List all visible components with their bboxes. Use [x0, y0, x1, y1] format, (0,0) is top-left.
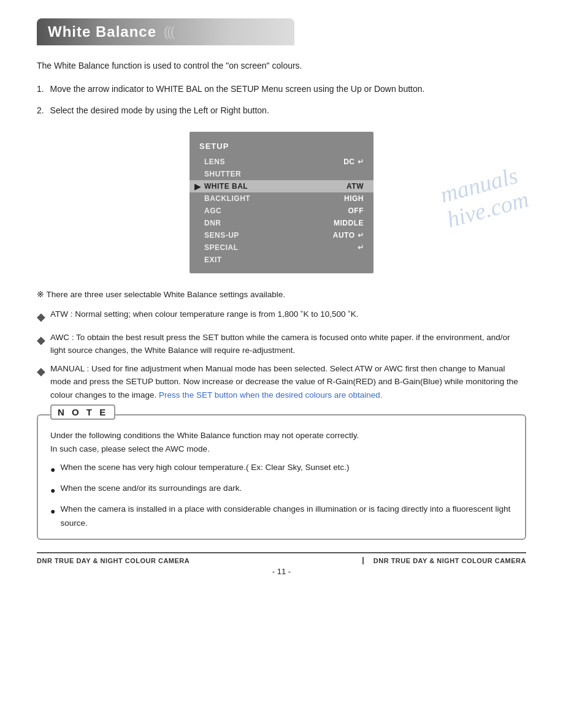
bullet-text: ATW : Normal setting; when colour temper… — [50, 308, 526, 321]
menu-row: DNRMIDDLE — [190, 217, 373, 229]
menu-row-label: LENS — [204, 157, 343, 166]
menu-row: SHUTTER — [190, 168, 373, 180]
menu-row-label: DNR — [204, 219, 334, 227]
note-items: ●When the scene has very high colour tem… — [50, 461, 513, 530]
menu-row-value: DC — [343, 157, 354, 166]
note-item-text: When the camera is installed in a place … — [60, 502, 513, 530]
menu-arrow-icon: ▶ — [194, 182, 201, 191]
menu-row: AGCOFF — [190, 205, 373, 217]
note-item-text: When the scene and/or its surroundings a… — [60, 482, 242, 495]
note-circle-icon: ● — [50, 504, 55, 518]
menu-row-label: SPECIAL — [204, 243, 355, 252]
menu-row: ▶WHITE BALATW — [190, 180, 373, 192]
asterisk-note: ※ There are three user selectable White … — [37, 288, 526, 301]
menu-row: SENS-UPAUTO↵ — [190, 229, 373, 241]
bullet-text: MANUAL : Used for fine adjustment when M… — [50, 362, 526, 402]
header-banner: White Balance ((( — [37, 18, 294, 45]
menu-row-label: AGC — [204, 207, 348, 215]
menu-row: LENSDC↵ — [190, 156, 373, 168]
diamond-bullet-icon: ◆ — [37, 308, 45, 326]
menu-row: EXIT — [190, 254, 373, 266]
note-circle-icon: ● — [50, 463, 55, 477]
page-title: White Balance — [48, 23, 156, 40]
menu-row-label: EXIT — [204, 256, 364, 264]
menu-rows: LENSDC↵SHUTTER▶WHITE BALATWBACKLIGHTHIGH… — [190, 156, 373, 266]
menu-container: SETUP LENSDC↵SHUTTER▶WHITE BALATWBACKLIG… — [37, 132, 526, 273]
note-box: N O T E Under the following conditions t… — [37, 414, 526, 540]
diamond-bullet-icon: ◆ — [37, 363, 45, 381]
note-label: N O T E — [58, 407, 108, 417]
footer-page: - 11 - — [37, 567, 526, 576]
note-label-wrapper: N O T E — [50, 404, 115, 420]
step-2: 2. Select the desired mode by using the … — [37, 104, 526, 117]
bullet-list: ◆ATW : Normal setting; when colour tempe… — [37, 308, 526, 402]
setup-menu: SETUP LENSDC↵SHUTTER▶WHITE BALATWBACKLIG… — [190, 132, 373, 273]
menu-row: BACKLIGHTHIGH — [190, 192, 373, 205]
menu-row-value: MIDDLE — [334, 219, 364, 227]
footer: DNR TRUE DAY & NIGHT COLOUR CAMERA DNR T… — [37, 552, 526, 564]
menu-row-value: OFF — [348, 207, 364, 215]
menu-title: SETUP — [190, 139, 373, 156]
note-content: Under the following conditions the White… — [38, 415, 525, 539]
enter-icon: ↵ — [358, 157, 364, 166]
menu-row-label: SHUTTER — [204, 170, 364, 178]
diamond-bullet-icon: ◆ — [37, 332, 45, 349]
step-2-text: Select the desired mode by using the Lef… — [50, 105, 269, 115]
menu-row-value: ATW — [347, 182, 364, 191]
note-intro: Under the following conditions the White… — [50, 429, 513, 457]
note-circle-icon: ● — [50, 483, 55, 498]
wave-decoration: ((( — [164, 24, 174, 40]
bullet-item: ◆MANUAL : Used for fine adjustment when … — [37, 362, 526, 402]
enter-icon: ↵ — [358, 231, 364, 240]
page: White Balance ((( The White Balance func… — [0, 0, 563, 728]
note-bullet-item: ●When the scene has very high colour tem… — [50, 461, 513, 477]
note-bullet-item: ●When the camera is installed in a place… — [50, 502, 513, 530]
bullet-text: AWC : To obtain the best result press th… — [50, 331, 526, 357]
menu-row: SPECIAL↵ — [190, 241, 373, 254]
step-1-number: 1. — [37, 82, 44, 96]
menu-row-value: AUTO — [333, 231, 355, 240]
intro-text: The White Balance function is used to co… — [37, 59, 526, 72]
bullet-item: ◆ATW : Normal setting; when colour tempe… — [37, 308, 526, 326]
menu-row-value: HIGH — [344, 194, 364, 203]
step-1: 1. Move the arrow indicator to WHITE BAL… — [37, 82, 526, 96]
menu-row-label: WHITE BAL — [204, 182, 347, 191]
enter-icon: ↵ — [358, 243, 364, 252]
menu-row-label: SENS-UP — [204, 231, 333, 240]
step-2-number: 2. — [37, 104, 44, 117]
footer-right: DNR TRUE DAY & NIGHT COLOUR CAMERA — [362, 557, 526, 564]
note-bullet-item: ●When the scene and/or its surroundings … — [50, 482, 513, 498]
bullet-item: ◆AWC : To obtain the best result press t… — [37, 331, 526, 357]
note-item-text: When the scene has very high colour temp… — [60, 461, 349, 474]
step-1-text: Move the arrow indicator to WHITE BAL on… — [50, 84, 425, 94]
menu-row-label: BACKLIGHT — [204, 194, 344, 203]
footer-left: DNR TRUE DAY & NIGHT COLOUR CAMERA — [37, 557, 190, 564]
